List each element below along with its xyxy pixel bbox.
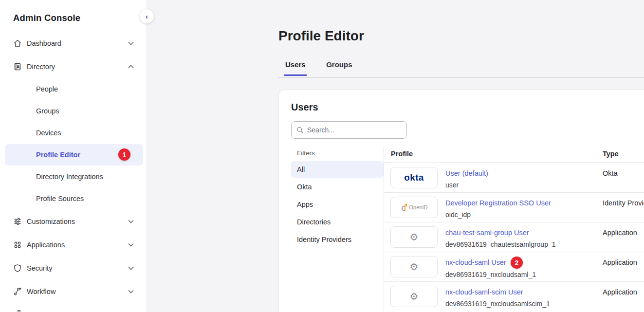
chevron-down-icon [128, 266, 134, 270]
profiles-table: Profile Type okta User (default) user Ok… [384, 147, 644, 312]
annotation-callout-2: 2 [511, 257, 523, 269]
gear-icon: ⚙ [390, 226, 438, 248]
profile-link-nx-cloud-saml-scim[interactable]: nx-cloud-saml-scim User [445, 288, 523, 296]
filter-identity-providers[interactable]: Identity Providers [291, 231, 384, 248]
sidebar: Admin Console Dashboard Directory People… [0, 0, 147, 312]
workflow-icon [13, 287, 22, 296]
column-header-profile: Profile [391, 150, 413, 158]
sliders-icon [13, 217, 22, 226]
sidebar-item-label: Security [27, 264, 52, 272]
profile-subtitle: oidc_idp [445, 209, 551, 220]
profile-subtitle: dev86931619_nxcloudsaml_1 [445, 269, 536, 280]
table-row: ⚙ nx-cloud-saml-scim User dev86931619_nx… [384, 282, 644, 312]
openid-logo: OpenID [390, 197, 438, 218]
profile-link-dev-registration-sso[interactable]: Developer Registration SSO User [445, 199, 551, 207]
sidebar-item-label: Devices [36, 129, 61, 137]
sidebar-item-label: Applications [27, 241, 65, 249]
shield-icon [13, 264, 22, 273]
profile-link-user-default[interactable]: User (default) [445, 169, 488, 177]
type-cell: Application [603, 286, 637, 298]
sidebar-item-dashboard[interactable]: Dashboard [0, 32, 147, 55]
sidebar-item-groups[interactable]: Groups [5, 100, 143, 122]
sidebar-item-label: Profile Sources [36, 195, 84, 202]
search-box[interactable] [291, 121, 407, 139]
grid-icon [13, 240, 22, 249]
gear-icon: ⚙ [390, 286, 438, 307]
tab-bar: Users Groups [278, 59, 644, 78]
gear-icon: ⚙ [390, 256, 438, 277]
id-card-icon [13, 62, 22, 71]
filter-okta[interactable]: Okta [291, 179, 384, 195]
sidebar-item-customizations[interactable]: Customizations [0, 210, 147, 233]
filters-panel: Filters All Okta Apps Directories Identi… [279, 147, 384, 312]
profile-subtitle: dev86931619_chautestsamlgroup_1 [445, 239, 556, 250]
filter-apps[interactable]: Apps [291, 196, 384, 213]
chevron-up-icon [128, 65, 134, 69]
table-row: OpenID Developer Registration SSO User o… [384, 193, 644, 222]
sidebar-item-people[interactable]: People [5, 78, 143, 100]
okta-logo: okta [390, 167, 438, 188]
search-input[interactable] [307, 126, 406, 134]
chevron-down-icon [128, 290, 134, 294]
profile-link-chau-test-saml-group[interactable]: chau-test-saml-group User [445, 229, 529, 237]
sidebar-item-label: Directory Integrations [36, 173, 103, 181]
search-icon [296, 127, 303, 133]
tab-users[interactable]: Users [284, 59, 307, 76]
sidebar-item-label: People [36, 85, 58, 93]
table-header: Profile Type [384, 147, 644, 163]
sidebar-item-directory[interactable]: Directory [0, 55, 147, 78]
chevron-down-icon [128, 41, 134, 45]
filters-label: Filters [297, 149, 315, 157]
sidebar-item-profile-editor[interactable]: Profile Editor 1 [5, 144, 143, 165]
annotation-callout-1: 1 [118, 148, 130, 161]
sidebar-item-security[interactable]: Security [0, 257, 147, 280]
filter-all[interactable]: All [291, 161, 384, 178]
table-row: ⚙ nx-cloud-saml User2 dev86931619_nxclou… [384, 252, 644, 282]
sidebar-item-label: Profile Editor [36, 151, 80, 159]
type-cell: Identity Provider [603, 197, 644, 209]
reports-icon [15, 309, 23, 312]
app-title: Admin Console [13, 13, 80, 23]
column-header-type: Type [603, 150, 619, 158]
profile-subtitle: dev86931619_nxcloudsamlscim_1 [445, 298, 550, 310]
sidebar-item-directory-integrations[interactable]: Directory Integrations [5, 166, 143, 187]
chevron-down-icon [128, 243, 134, 247]
sidebar-item-devices[interactable]: Devices [5, 122, 143, 144]
chevron-left-icon: ‹ [146, 13, 148, 20]
panel-title: Users [291, 102, 318, 113]
sidebar-item-label: Dashboard [27, 39, 61, 47]
tab-groups[interactable]: Groups [325, 59, 353, 74]
page-title: Profile Editor [278, 28, 364, 44]
users-panel: Users Filters All Okta Apps Directories … [278, 90, 644, 312]
sidebar-item-workflow[interactable]: Workflow [0, 280, 147, 303]
sidebar-item-profile-sources[interactable]: Profile Sources [5, 188, 143, 209]
profile-subtitle: user [445, 179, 488, 191]
type-cell: Okta [603, 167, 618, 179]
type-cell: Application [603, 257, 637, 268]
home-icon [13, 39, 22, 48]
sidebar-item-label: Directory [27, 63, 55, 71]
table-row: okta User (default) user Okta [384, 163, 644, 193]
sidebar-item-applications[interactable]: Applications [0, 233, 147, 257]
chevron-down-icon [128, 220, 134, 223]
table-row: ⚙ chau-test-saml-group User dev86931619_… [384, 222, 644, 252]
sidebar-item-label: Customizations [27, 218, 75, 225]
sidebar-item-label: Workflow [27, 288, 55, 295]
profile-link-nx-cloud-saml[interactable]: nx-cloud-saml User [445, 258, 506, 266]
sidebar-item-label: Groups [36, 107, 59, 115]
sidebar-collapse-button[interactable]: ‹ [140, 9, 154, 23]
filter-directories[interactable]: Directories [291, 214, 384, 230]
type-cell: Application [603, 227, 637, 239]
